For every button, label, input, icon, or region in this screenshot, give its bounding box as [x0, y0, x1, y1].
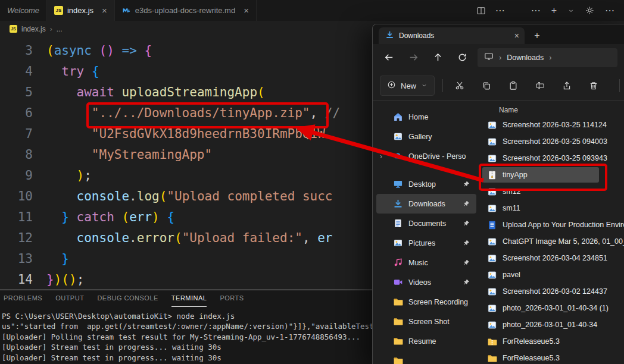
- address-bar[interactable]: › Downloads ›: [478, 48, 617, 67]
- file-name: photo_2026-03-01_01-40-34 (1): [503, 304, 609, 312]
- panel-tab-ports[interactable]: PORTS: [220, 294, 244, 307]
- share-icon[interactable]: [558, 77, 576, 95]
- file-row-tinyapp[interactable]: tinyApp: [480, 167, 624, 183]
- code-string-tinyapp-path: "../../Downloads/tinyApp.zip": [92, 106, 310, 120]
- file-row-screenshot-2026-03-02-124437[interactable]: Screenshot 2026-03-02 124437: [480, 283, 624, 300]
- close-tab-icon[interactable]: ×: [514, 31, 519, 40]
- file-list: Name Screenshot 2026-03-25 114124Screens…: [480, 101, 624, 364]
- close-tab-icon[interactable]: ×: [102, 6, 107, 15]
- tab-label: index.js: [67, 6, 93, 15]
- downloads-icon: [385, 30, 394, 41]
- rename-icon[interactable]: [531, 77, 549, 95]
- sidebar-item-downloads[interactable]: Downloads: [376, 194, 476, 214]
- sidebar-item-music[interactable]: Music: [376, 253, 476, 272]
- downloads-icon: [393, 199, 403, 209]
- line-number: 13: [0, 249, 33, 269]
- tab-e3ds-upload-docs-rewrite-md[interactable]: e3ds-upload-docs-rewrite.md×: [115, 0, 257, 21]
- chevron-right-icon[interactable]: ›: [549, 53, 551, 62]
- file-row-upload-app-to-your-production-envirom-[interactable]: Upload App to Your Production Envirom...: [480, 216, 624, 233]
- zipfolder-icon: [487, 337, 497, 347]
- file-row-screenshot-2026-03-25-094003[interactable]: Screenshot 2026-03-25 094003: [480, 133, 624, 150]
- sidebar-item-videos[interactable]: Videos: [376, 272, 476, 292]
- file-row-forreleaseue5-3[interactable]: ForReleaseue5.3: [480, 333, 624, 350]
- pin-icon: [463, 180, 470, 188]
- plus-icon[interactable]: +: [551, 6, 557, 15]
- sidebar-item-screen-shot[interactable]: Screen Shot: [376, 312, 476, 331]
- gear-icon[interactable]: [585, 6, 594, 15]
- copy-icon[interactable]: [478, 77, 495, 95]
- editor-tab-bar: WelcomeJSindex.js×e3ds-upload-docs-rewri…: [0, 0, 624, 21]
- panel-tab-problems[interactable]: PROBLEMS: [4, 294, 42, 307]
- image-icon: [487, 287, 497, 297]
- file-row-pavel[interactable]: pavel: [480, 266, 624, 283]
- more-icon-2[interactable]: ⋯: [605, 6, 614, 15]
- file-row-forreleaseue5-3[interactable]: ForReleaseue5.3: [480, 350, 624, 364]
- column-header-name[interactable]: Name: [480, 103, 624, 117]
- file-row-sm11[interactable]: sm11: [480, 200, 624, 216]
- cut-icon[interactable]: [451, 77, 469, 95]
- more-icon[interactable]: ⋯: [531, 6, 541, 15]
- line-number: 14: [0, 269, 33, 290]
- file-name: Screenshot 2026-03-25 093943: [503, 154, 607, 162]
- split-editor-icon[interactable]: [476, 6, 486, 15]
- new-button[interactable]: New: [380, 76, 435, 96]
- back-icon[interactable]: [380, 49, 398, 67]
- file-row-photo-2026-03-01-01-40-34[interactable]: photo_2026-03-01_01-40-34: [480, 316, 624, 333]
- refresh-icon[interactable]: [453, 49, 471, 67]
- file-row-photo-2026-03-01-01-40-34-1-[interactable]: photo_2026-03-01_01-40-34 (1): [480, 300, 624, 316]
- close-tab-icon[interactable]: ×: [244, 6, 249, 15]
- explorer-tab[interactable]: Downloads ×: [379, 27, 525, 44]
- panel-tab-output[interactable]: OUTPUT: [55, 294, 84, 307]
- chevron-down-icon[interactable]: [567, 7, 575, 14]
- file-name: tinyApp: [503, 171, 528, 179]
- home-icon: [393, 112, 403, 122]
- pin-icon: [463, 219, 470, 227]
- more-actions-icon[interactable]: ⋯: [495, 6, 505, 15]
- code-text: console.log("Upload completed succ: [46, 186, 333, 207]
- sidebar-item-documents[interactable]: Documents: [376, 214, 476, 233]
- sidebar-item-home[interactable]: Home: [376, 107, 476, 127]
- file-row-screenshot-2026-03-25-093943[interactable]: Screenshot 2026-03-25 093943: [480, 150, 624, 167]
- sidebar-item-label: Home: [408, 113, 428, 121]
- file-name: ForReleaseue5.3: [503, 337, 560, 346]
- breadcrumb-file[interactable]: index.js: [21, 25, 46, 33]
- sidebar-item-label: Desktop: [408, 180, 436, 189]
- sidebar-item-partial[interactable]: [376, 351, 476, 364]
- sidebar-item-desktop[interactable]: Desktop: [376, 174, 476, 194]
- forward-icon[interactable]: [404, 49, 422, 67]
- file-row-chatgpt-image-mar-5-2026-01-00-40-pm[interactable]: ChatGPT Image Mar 5, 2026, 01_00_40 PM: [480, 233, 624, 250]
- sidebar-item-label: Videos: [408, 278, 431, 287]
- line-number: 4: [0, 61, 33, 82]
- sidebar-item-label: Music: [408, 259, 428, 267]
- sidebar-item-resume[interactable]: Resume: [376, 331, 476, 351]
- file-name: photo_2026-03-01_01-40-34: [503, 321, 597, 329]
- sidebar-gap: [373, 166, 480, 174]
- panel-tab-terminal[interactable]: TERMINAL: [171, 294, 207, 307]
- paste-icon[interactable]: [504, 77, 522, 95]
- file-row-sm12[interactable]: sm12: [480, 183, 624, 200]
- file-row-screenshot-2026-03-25-114124[interactable]: Screenshot 2026-03-25 114124: [480, 117, 624, 133]
- sidebar-item-onedrive-perso[interactable]: ›OneDrive - Perso: [376, 146, 476, 166]
- sidebar-item-screen-recording[interactable]: Screen Recording: [376, 292, 476, 312]
- up-icon[interactable]: [429, 49, 447, 67]
- address-segment[interactable]: Downloads: [507, 54, 544, 62]
- code-text: console.error("Upload failed:", er: [46, 228, 333, 249]
- documents-icon: [393, 218, 403, 228]
- new-tab-button[interactable]: +: [529, 30, 545, 44]
- code-text: "U2FsdGVkX18d9heedrnB30IRmPbQ1W: [46, 124, 325, 145]
- tab-index-js[interactable]: JSindex.js×: [47, 0, 115, 21]
- sidebar-item-pictures[interactable]: Pictures: [376, 233, 476, 253]
- file-name: Upload App to Your Production Envirom...: [503, 221, 624, 229]
- chevron-right-icon[interactable]: ›: [380, 152, 382, 161]
- delete-icon[interactable]: [585, 77, 603, 95]
- code-text: "../../Downloads/tinyApp.zip", //: [46, 103, 340, 124]
- chevron-right-icon: ›: [50, 25, 52, 33]
- line-number: 11: [0, 207, 33, 228]
- onedrive-icon: [393, 151, 403, 161]
- breadcrumb-more[interactable]: ...: [57, 25, 63, 33]
- file-row-screenshot-2026-03-04-234851[interactable]: Screenshot 2026-03-04 234851: [480, 250, 624, 266]
- pin-icon: [463, 259, 470, 266]
- tab-welcome[interactable]: Welcome: [0, 0, 47, 21]
- panel-tab-debug-console[interactable]: DEBUG CONSOLE: [97, 294, 158, 307]
- sidebar-item-gallery[interactable]: Gallery: [376, 127, 476, 146]
